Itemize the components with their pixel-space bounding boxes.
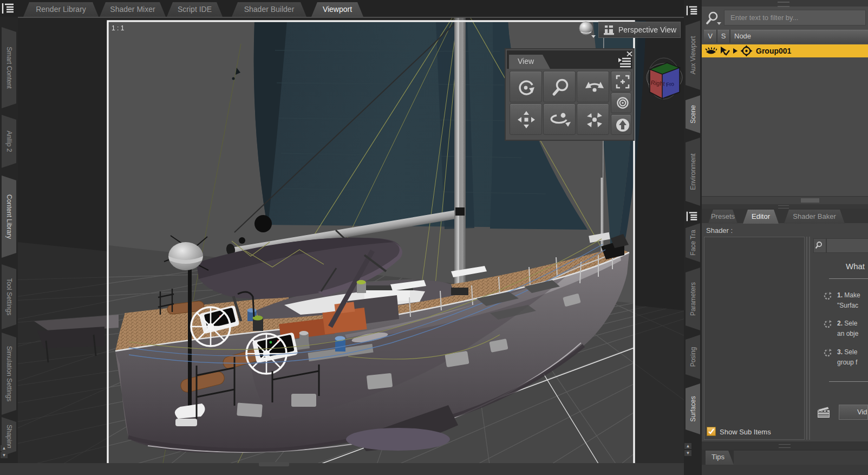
svg-text:Right: Right (651, 79, 665, 87)
svg-text:Fro: Fro (665, 81, 675, 88)
